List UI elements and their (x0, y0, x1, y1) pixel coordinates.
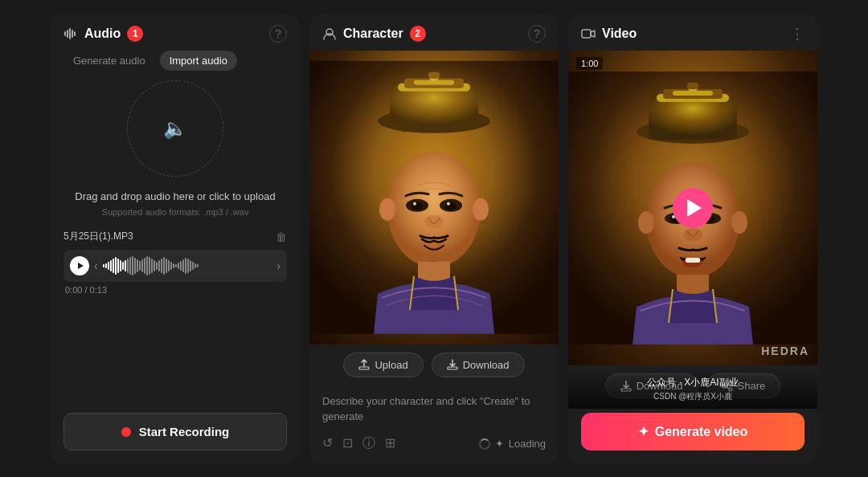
delete-audio-icon[interactable]: 🗑 (276, 230, 287, 243)
info-icon[interactable]: ⓘ (362, 435, 375, 452)
loading-text: Loading (509, 438, 546, 450)
audio-title: Audio (84, 26, 121, 41)
svg-rect-0 (64, 31, 66, 36)
upload-main-text: Drag and drop audio here or click to upl… (51, 190, 300, 204)
character-help-icon[interactable]: ? (528, 25, 546, 43)
waveform-display (103, 255, 272, 277)
audio-tabs: Generate audio Import audio (51, 51, 300, 80)
waveform-left-nav[interactable]: ‹ (94, 259, 98, 272)
audio-help-icon[interactable]: ? (269, 25, 287, 43)
download-char-icon (447, 359, 458, 370)
character-icon (322, 26, 337, 41)
panels-container: Audio 1 ? Generate audio Import audio 🔈 … (0, 0, 868, 477)
generate-audio-tab[interactable]: Generate audio (63, 51, 155, 71)
svg-point-20 (447, 202, 450, 206)
svg-point-43 (683, 228, 702, 241)
video-more-icon[interactable]: ⋮ (790, 25, 805, 43)
play-triangle-icon (78, 263, 84, 269)
svg-rect-45 (686, 258, 700, 263)
character-describe-text: Describe your character and click "Creat… (322, 395, 530, 422)
svg-rect-3 (72, 30, 73, 38)
volume-plus-icon: 🔈 (163, 117, 187, 140)
play-button[interactable] (70, 256, 89, 275)
video-watermark: HEDRA (761, 344, 809, 357)
character-describe-area: Describe your character and click "Creat… (309, 385, 559, 430)
play-triangle-large-icon (687, 199, 702, 217)
import-audio-tab[interactable]: Import audio (160, 51, 237, 71)
loading-spinner-icon (479, 438, 490, 450)
svg-point-21 (424, 215, 444, 228)
svg-rect-35 (687, 83, 698, 89)
svg-rect-26 (448, 367, 457, 369)
audio-upload-area[interactable]: 🔈 (127, 80, 223, 177)
sparkle-icon: ✦ (638, 424, 649, 439)
svg-rect-25 (359, 367, 369, 369)
character-title: Character (343, 26, 403, 41)
generate-video-label: Generate video (655, 425, 748, 439)
settings-icon[interactable]: ⊞ (385, 435, 395, 452)
character-action-row: Upload Download (309, 344, 559, 385)
svg-point-22 (379, 198, 395, 221)
record-dot-icon (121, 427, 131, 437)
refresh-icon[interactable]: ↺ (322, 435, 333, 452)
video-header-left: Video (581, 26, 637, 41)
download-character-button[interactable]: Download (432, 353, 525, 377)
svg-rect-13 (428, 72, 440, 79)
video-panel: Video ⋮ (568, 14, 817, 463)
character-panel: Character 2 ? (309, 14, 559, 463)
audio-step-badge: 1 (127, 26, 143, 42)
waveform-container: ‹ › (63, 250, 287, 282)
image-icon[interactable]: ⊡ (342, 435, 353, 452)
total-time: 0:13 (90, 285, 107, 295)
audio-file-row: 5月25日(1).MP3 🗑 (63, 230, 287, 243)
upload-character-label: Upload (375, 359, 407, 371)
svg-rect-30 (649, 96, 737, 140)
download-character-label: Download (463, 359, 510, 371)
svg-rect-8 (390, 85, 478, 129)
audio-header-left: Audio 1 (63, 26, 143, 42)
video-image-area: 1:00 HEDRA (568, 51, 817, 365)
svg-point-19 (413, 202, 416, 206)
loading-label: ✦ (495, 438, 504, 450)
svg-rect-2 (69, 28, 71, 39)
brand-line1: 公众号 · X小鹿AI副业 (575, 376, 811, 389)
video-play-button[interactable] (673, 188, 713, 228)
audio-panel: Audio 1 ? Generate audio Import audio 🔈 … (51, 14, 300, 463)
upload-icon (358, 359, 370, 370)
svg-point-46 (638, 211, 654, 234)
character-toolbar: ↺ ⊡ ⓘ ⊞ ✦ Loading (309, 430, 559, 463)
start-recording-button[interactable]: Start Recording (63, 413, 287, 450)
character-image-area (309, 51, 559, 344)
waveform-right-nav[interactable]: › (276, 259, 280, 272)
audio-panel-header: Audio 1 ? (51, 14, 300, 51)
brand-line2: CSDN @程序员X小鹿 (575, 391, 811, 402)
start-recording-label: Start Recording (139, 425, 230, 438)
character-panel-header: Character 2 ? (309, 14, 559, 51)
audio-file-section: 5月25日(1).MP3 🗑 ‹ › 0:00 / 0:13 (63, 230, 287, 295)
character-header-left: Character 2 (322, 26, 426, 42)
video-icon (581, 26, 596, 41)
character-face-svg (309, 51, 559, 344)
svg-rect-27 (582, 30, 591, 38)
svg-rect-4 (74, 31, 76, 36)
loading-button[interactable]: ✦ Loading (479, 438, 546, 450)
audio-filename: 5月25日(1).MP3 (63, 230, 133, 243)
generate-video-button[interactable]: ✦ Generate video (581, 413, 805, 450)
character-step-badge: 2 (410, 26, 426, 42)
upload-sub-text: Supported audio formats: .mp3 / .wav (51, 204, 300, 217)
svg-rect-1 (67, 30, 68, 38)
current-time: 0:00 (65, 285, 82, 295)
audio-wave-icon (63, 26, 78, 41)
video-panel-header: Video ⋮ (568, 14, 817, 51)
audio-time-display: 0:00 / 0:13 (63, 285, 287, 295)
upload-character-button[interactable]: Upload (343, 353, 423, 377)
svg-point-23 (473, 198, 489, 221)
svg-point-47 (731, 211, 747, 234)
brand-watermark: 公众号 · X小鹿AI副业 CSDN @程序员X小鹿 (568, 369, 817, 409)
video-title: Video (602, 26, 637, 41)
video-timestamp: 1:00 (576, 57, 603, 70)
char-tools-left: ↺ ⊡ ⓘ ⊞ (322, 435, 395, 452)
